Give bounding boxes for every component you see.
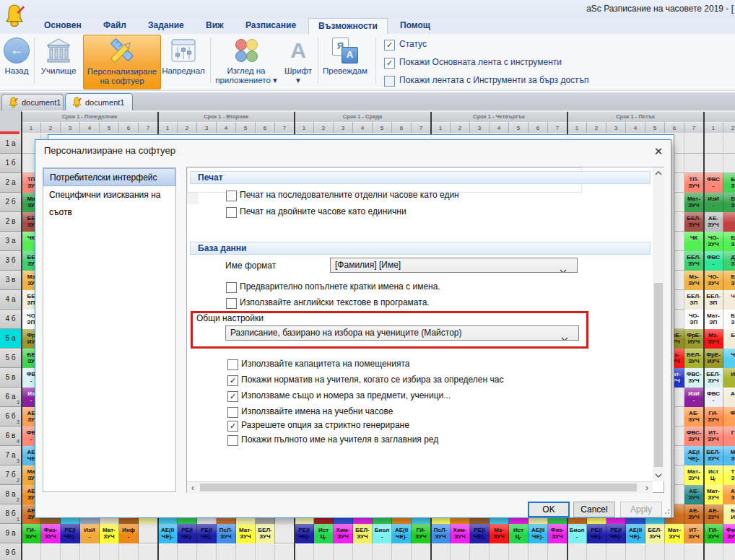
timetable-cell[interactable]: Мат- ЗУЧ xyxy=(665,524,684,543)
timetable-cell[interactable]: Мат- ЗУЧ xyxy=(684,465,704,485)
dialog-checkbox[interactable] xyxy=(226,191,237,201)
row-label-3а[interactable]: 3 а xyxy=(0,232,22,251)
ribbon-button-advanced-sliders[interactable]: Напреднал xyxy=(160,35,207,88)
row-label-1б[interactable]: 1 б xyxy=(0,154,22,173)
dialog-checkbox[interactable]: ✓ xyxy=(227,391,238,402)
close-icon[interactable]: ✕ xyxy=(648,142,669,160)
timetable-cell[interactable]: БЕЛ- ЗУЧ xyxy=(704,368,723,388)
timetable-cell[interactable]: Мз- ЗУЧ xyxy=(490,524,509,543)
timetable-cell[interactable]: Хим- ЗУЧ xyxy=(334,524,353,543)
row-label-9а[interactable]: 9 а xyxy=(0,524,22,543)
timetable-cell[interactable]: РЕ(I ЧЕ)- xyxy=(606,524,626,543)
timetable-cell[interactable]: ИзИ - xyxy=(704,193,723,212)
tab-Задание[interactable]: Задание xyxy=(139,18,193,33)
document-tab-2[interactable]: document1 xyxy=(65,93,133,110)
tab-Основен[interactable]: Основен xyxy=(35,18,91,33)
timetable-cell[interactable]: АЕ(II ЧЕ)- xyxy=(158,524,178,543)
timetable-cell[interactable]: БЕЛ- ЗУЧ xyxy=(645,524,665,543)
timetable-cell[interactable]: Ист Ц- xyxy=(704,465,723,485)
ribbon-button-app-view-circles[interactable]: Изглед на приложението ▾ xyxy=(213,35,279,88)
scroll-left-icon[interactable]: ‹ xyxy=(187,482,199,493)
ribbon-button-back[interactable]: ←Назад xyxy=(0,35,33,88)
timetable-cell[interactable]: АЕ- ЗУЧ xyxy=(704,504,723,524)
timetable-cell[interactable]: ФрЕ- ИУЧ xyxy=(684,329,704,349)
timetable-cell[interactable]: Г xyxy=(723,426,735,446)
scroll-up-icon[interactable] xyxy=(653,167,664,179)
dialog-checkbox[interactable]: ✓ xyxy=(227,375,238,386)
timetable-cell[interactable]: ИТ- ЗУЧ xyxy=(704,426,723,446)
timetable-cell[interactable]: БЕЛ- ЗУЧ xyxy=(684,349,704,368)
timetable-cell[interactable]: РЕ(I ЧЕ)- xyxy=(470,524,490,543)
ribbon-checkbox-1[interactable]: ✓ xyxy=(384,58,395,69)
timetable-cell[interactable]: Физ- ЗУЧ xyxy=(723,524,735,543)
horizontal-scroll-thumb[interactable] xyxy=(200,484,637,491)
timetable-cell[interactable]: Д З xyxy=(723,251,735,271)
timetable-cell[interactable]: РЕ(I ЧЕ)- xyxy=(587,524,606,543)
document-tab-1[interactable]: document1 xyxy=(1,94,64,110)
timetable-cell[interactable]: Ч xyxy=(723,349,735,368)
row-label-5а[interactable]: 5 а xyxy=(0,329,22,349)
dialog-checkbox[interactable] xyxy=(226,207,237,218)
row-label-5в[interactable]: 5 в xyxy=(0,368,22,388)
timetable-cell[interactable]: ФрЕ- ИУЧ xyxy=(704,349,723,368)
timetable-cell[interactable]: ФВС- ЗУЧ xyxy=(684,368,704,388)
timetable-cell[interactable]: Хим- ЗУЧ xyxy=(451,524,470,543)
row-label-5б[interactable]: 5 б xyxy=(0,349,22,368)
tab-Възможности[interactable]: Възможности xyxy=(308,18,388,35)
dialog-nav-item-1[interactable]: Потребителски интерфейс xyxy=(43,168,175,186)
timetable-cell[interactable]: АЕ(I ЧЕ)- xyxy=(684,446,704,465)
timetable-cell[interactable]: АЕ- ЗУЧ xyxy=(684,504,704,524)
timetable-cell[interactable]: БЕЛ- ЗУЧ xyxy=(684,212,704,232)
timetable-cell[interactable]: ИТ- ЗУЧ xyxy=(684,524,704,543)
row-label-3в[interactable]: 3 в xyxy=(0,271,22,290)
timetable-cell[interactable]: ГИ- ЗУЧ xyxy=(412,524,431,543)
scroll-down-icon[interactable] xyxy=(653,470,664,481)
timetable-cell[interactable]: Биол - xyxy=(373,524,392,543)
name-format-combobox[interactable]: [Фамилия] [Име] xyxy=(330,258,578,273)
timetable-cell[interactable]: ГИ- ЗУЧ xyxy=(22,524,41,543)
cancel-button[interactable]: Cancel xyxy=(573,502,615,517)
ribbon-checkbox-2[interactable] xyxy=(384,76,395,87)
timetable-cell[interactable]: Физ- ЗУЧ xyxy=(41,524,61,543)
timetable-cell[interactable]: ЧО- ЗП xyxy=(684,310,704,329)
row-label-4а[interactable]: 4 а xyxy=(0,290,22,310)
ribbon-button-customize-software[interactable]: Персонализиране на софтуер xyxy=(83,35,161,89)
dialog-checkbox[interactable] xyxy=(226,282,237,293)
timetable-cell[interactable]: Инф - xyxy=(119,524,139,543)
tab-Разписание[interactable]: Разписание xyxy=(236,18,305,33)
row-label-9б[interactable]: 9 б xyxy=(0,543,22,560)
ok-button[interactable]: OK xyxy=(528,502,570,517)
tab-Виж[interactable]: Виж xyxy=(196,18,233,33)
timetable-cell[interactable]: Мз- ЗУЧ xyxy=(704,329,723,349)
timetable-cell[interactable]: РЕ(I ЧЕ)- xyxy=(61,524,80,543)
timetable-cell[interactable]: БЕЛ- ЗП xyxy=(684,290,704,310)
timetable-cell[interactable]: АЕ(II ЧЕ)- xyxy=(529,524,548,543)
ribbon-button-translate[interactable]: ЯAПревеждам xyxy=(320,35,370,88)
timetable-cell[interactable]: ПсЛ- ЗУЧ xyxy=(431,524,451,543)
timetable-cell[interactable]: Ист Ц- xyxy=(509,524,529,543)
timetable-cell[interactable]: АЕ- ЗУЧ xyxy=(684,485,704,504)
timetable-cell[interactable]: М З xyxy=(723,446,735,465)
timetable-cell[interactable]: Физ- ЗУЧ xyxy=(548,524,567,543)
ribbon-button-font-a[interactable]: AШрифт ▾ xyxy=(279,35,317,88)
dialog-checkbox[interactable] xyxy=(227,435,238,446)
timetable-cell[interactable]: ТП- ЗУЧ xyxy=(684,173,704,193)
row-label-1а[interactable]: 1 а xyxy=(0,134,22,154)
row-label-2а[interactable]: 2 а xyxy=(0,173,22,193)
timetable-cell[interactable]: ГИ- ЗУЧ xyxy=(704,407,723,426)
timetable-cell[interactable]: Б xyxy=(723,329,735,349)
dialog-checkbox[interactable]: ✓ xyxy=(227,421,238,432)
tab-Файл[interactable]: Файл xyxy=(94,18,136,33)
timetable-cell[interactable]: Б И xyxy=(723,504,735,524)
timetable-cell[interactable]: ИзИ - xyxy=(80,524,100,543)
timetable-cell[interactable]: Б З xyxy=(723,193,735,212)
dialog-checkbox[interactable] xyxy=(227,407,238,418)
row-label-2в[interactable]: 2 в xyxy=(0,212,22,232)
timetable-cell[interactable]: Биол - xyxy=(567,524,587,543)
timetable-cell[interactable]: ЧО- ЗУЧ xyxy=(704,232,723,251)
timetable-cell[interactable] xyxy=(723,212,735,232)
dialog-checkbox[interactable] xyxy=(227,359,238,370)
timetable-cell[interactable]: АЕ(II ЧЕ)- xyxy=(626,524,645,543)
timetable-cell[interactable]: Б З xyxy=(723,310,735,329)
row-label-3б[interactable]: 3 б xyxy=(0,251,22,271)
